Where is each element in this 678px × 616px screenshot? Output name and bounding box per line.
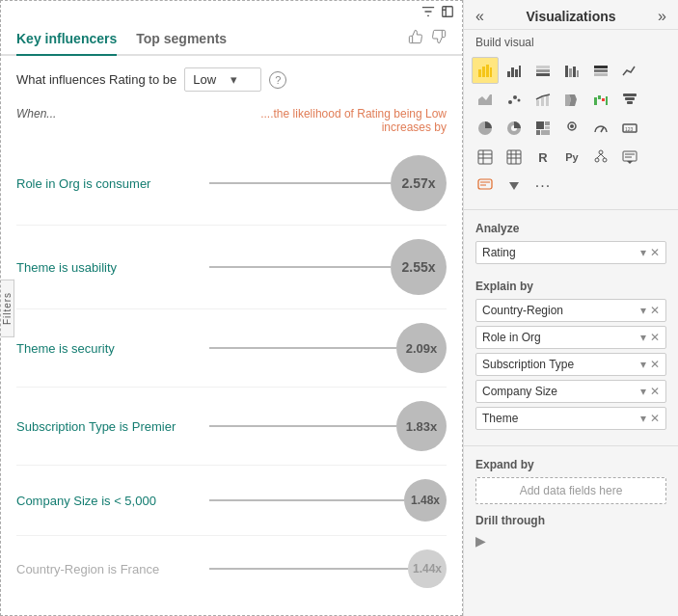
collapse-left-icon[interactable]: «: [475, 8, 484, 25]
svg-line-59: [601, 154, 605, 158]
column-headers: When... ....the likelihood of Rating bei…: [1, 103, 462, 142]
dropdown-chevron-icon[interactable]: ▾: [640, 246, 646, 259]
expand-by-dropzone[interactable]: Add data fields here: [475, 477, 666, 504]
bar-container: 1.48x: [209, 479, 447, 522]
filters-side-tab[interactable]: Filters: [1, 279, 14, 336]
clustered-bar-icon[interactable]: [558, 57, 585, 84]
svg-rect-3: [486, 65, 489, 77]
area-chart-icon[interactable]: [472, 86, 499, 113]
filter-icon[interactable]: [421, 5, 435, 21]
matrix-icon[interactable]: [501, 144, 528, 171]
arrow-icon[interactable]: [501, 173, 528, 200]
svg-rect-23: [536, 100, 539, 106]
influencer-item[interactable]: Company Size is < 5,000 1.48x: [16, 466, 447, 536]
filter-label: What influences Rating to be: [16, 72, 176, 87]
smart-narrative-icon[interactable]: [616, 144, 643, 171]
viz-header: « Visualizations »: [464, 0, 678, 30]
viz-icons-grid: 123 R Py: [464, 53, 678, 203]
r-script-icon[interactable]: R: [529, 144, 556, 171]
svg-marker-67: [509, 182, 519, 190]
waterfall-icon[interactable]: [587, 86, 614, 113]
key-influencers-viz-icon[interactable]: [472, 57, 499, 84]
explain-field-role-in-org[interactable]: Role in Org ▾ ✕: [475, 326, 666, 349]
field-dropdown-icons: ▾ ✕: [640, 412, 660, 425]
close-field-icon[interactable]: ✕: [650, 331, 660, 344]
table-icon[interactable]: [472, 144, 499, 171]
line-chart-icon[interactable]: [616, 57, 643, 84]
svg-rect-7: [515, 69, 518, 77]
more-visuals-icon[interactable]: ···: [529, 173, 556, 200]
thumbdown-icon[interactable]: [431, 29, 447, 48]
bar-container: 1.83x: [209, 401, 447, 451]
svg-rect-25: [546, 95, 549, 106]
stacked-bar-icon[interactable]: [529, 57, 556, 84]
field-dropdown-icons: ▾ ✕: [640, 246, 660, 259]
bar-line: [209, 568, 408, 570]
explain-field-company-size[interactable]: Company Size ▾ ✕: [475, 380, 666, 403]
explain-field-theme[interactable]: Theme ▾ ✕: [475, 407, 666, 430]
dropdown-chevron-icon[interactable]: ▾: [640, 331, 646, 344]
divider: [464, 209, 678, 210]
influencer-item[interactable]: Subscription Type is Premier 1.83x: [16, 388, 447, 466]
close-field-icon[interactable]: ✕: [650, 385, 660, 398]
filter-section: What influences Rating to be Low ?: [1, 56, 462, 103]
scatter-chart-icon[interactable]: [501, 86, 528, 113]
field-label: Role in Org: [482, 331, 541, 344]
influencer-item[interactable]: Theme is security 2.09x: [16, 309, 447, 388]
donut-icon[interactable]: [501, 115, 528, 142]
svg-rect-38: [545, 126, 550, 129]
bubble: 2.57x: [391, 155, 447, 211]
dropdown-chevron-icon[interactable]: ▾: [640, 358, 646, 371]
expand-by-title: Expand by: [475, 458, 666, 471]
decomp-tree-icon[interactable]: [587, 144, 614, 171]
viz-icon-row-4: R Py: [472, 144, 670, 171]
close-field-icon[interactable]: ✕: [650, 412, 660, 425]
close-field-icon[interactable]: ✕: [650, 358, 660, 371]
svg-rect-11: [536, 66, 550, 68]
svg-point-21: [513, 95, 517, 99]
map-icon[interactable]: [558, 115, 585, 142]
r-label: R: [538, 150, 547, 165]
python-icon[interactable]: Py: [558, 144, 585, 171]
combo-chart-icon[interactable]: [529, 86, 556, 113]
pie-chart-icon[interactable]: [472, 115, 499, 142]
bar-container: 2.57x: [209, 155, 447, 211]
close-field-icon[interactable]: ✕: [650, 304, 660, 317]
funnel-icon[interactable]: [616, 86, 643, 113]
close-field-icon[interactable]: ✕: [650, 246, 660, 259]
gauge-icon[interactable]: [587, 115, 614, 142]
svg-rect-26: [594, 97, 597, 105]
qna-icon[interactable]: [472, 173, 499, 200]
help-icon[interactable]: ?: [269, 71, 286, 89]
dropdown-chevron-icon[interactable]: ▾: [640, 385, 646, 398]
explain-field-subscription-type[interactable]: Subscription Type ▾ ✕: [475, 353, 666, 376]
influencer-item[interactable]: Theme is usability 2.55x: [16, 226, 447, 309]
rating-dropdown[interactable]: Low: [184, 67, 261, 92]
svg-marker-19: [478, 94, 492, 105]
svg-point-56: [595, 158, 599, 162]
filters-side-label: Filters: [2, 291, 13, 324]
drill-through-expand-icon[interactable]: ▶: [464, 531, 678, 550]
ribbon-chart-icon[interactable]: [558, 86, 585, 113]
tab-top-segments[interactable]: Top segments: [136, 25, 227, 54]
dropdown-chevron-icon[interactable]: ▾: [640, 412, 646, 425]
dropdown-chevron-icon[interactable]: ▾: [640, 304, 646, 317]
analyze-field-dropdown[interactable]: Rating ▾ ✕: [475, 241, 666, 264]
bar-chart-icon[interactable]: [501, 57, 528, 84]
field-dropdown-icons: ▾ ✕: [640, 358, 660, 371]
explain-field-country-region[interactable]: Country-Region ▾ ✕: [475, 299, 666, 322]
viz-icon-row-2: [472, 86, 670, 113]
influencer-item[interactable]: Role in Org is consumer 2.57x: [16, 142, 447, 226]
svg-rect-50: [507, 150, 521, 164]
card-icon[interactable]: 123: [616, 115, 643, 142]
svg-rect-32: [627, 101, 633, 104]
viz-icon-row-3: 123: [472, 115, 670, 142]
viz-icon-row-5: ···: [472, 173, 670, 200]
100-stacked-icon[interactable]: [587, 57, 614, 84]
expand-icon[interactable]: [441, 5, 454, 21]
expand-right-icon[interactable]: »: [658, 8, 666, 25]
tab-key-influencers[interactable]: Key influencers: [16, 25, 117, 54]
thumbup-icon[interactable]: [408, 29, 423, 48]
treemap-icon[interactable]: [529, 115, 556, 142]
influencer-item[interactable]: Country-Region is France 1.44x: [16, 536, 447, 602]
